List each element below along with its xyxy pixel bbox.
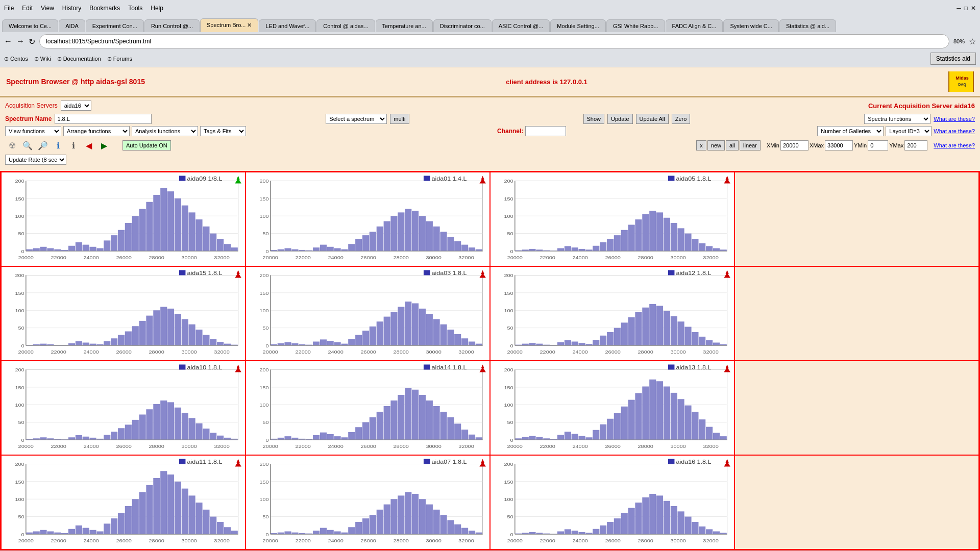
gallery-cell-aida11[interactable]: 050100150200 200002200024000260002800030…: [1, 455, 246, 549]
menu-tools[interactable]: Tools: [128, 5, 142, 12]
menu-file[interactable]: File: [4, 5, 14, 12]
xmax-input[interactable]: [825, 140, 853, 151]
gallery-cell-aida16[interactable]: 050100150200 200002200024000260002800030…: [490, 455, 734, 549]
maximize-btn[interactable]: □: [964, 5, 968, 12]
svg-rect-357: [111, 432, 117, 440]
svg-rect-145: [656, 212, 663, 251]
tab-system[interactable]: System wide C...: [723, 19, 779, 32]
show-btn[interactable]: Show: [583, 114, 605, 124]
bookmark-wiki[interactable]: ⊙ Wiki: [34, 56, 51, 62]
gallery-cell-aida14[interactable]: 050100150200 200002200024000260002800030…: [246, 361, 490, 455]
svg-text:20000: 20000: [263, 444, 279, 449]
select-spectrum-dropdown[interactable]: Select a spectrum: [326, 114, 387, 124]
ymax-input[interactable]: [904, 140, 927, 151]
zoom-out-icon-btn[interactable]: 🔎: [36, 138, 50, 153]
new-btn[interactable]: new: [707, 140, 725, 151]
gallery-cell-aida01[interactable]: 050100150200 200002200024000260002800030…: [246, 172, 490, 266]
svg-rect-97: [461, 245, 468, 251]
tab-asic[interactable]: ASIC Control @...: [492, 19, 550, 32]
reload-btn[interactable]: ↻: [29, 37, 35, 46]
view-functions-select[interactable]: View functions: [5, 126, 61, 136]
channel-input[interactable]: [525, 126, 566, 136]
x-btn[interactable]: x: [696, 140, 706, 151]
auto-update-btn[interactable]: Auto Update ON: [122, 140, 171, 151]
svg-text:28000: 28000: [393, 538, 409, 543]
what-these-1[interactable]: What are these?: [934, 116, 975, 122]
tab-spectrum[interactable]: Spectrum Bro... ✕: [200, 18, 258, 32]
prev-icon-btn[interactable]: ◀: [82, 138, 96, 153]
gallery-cell-aida15[interactable]: 050100150200 200002200024000260002800030…: [1, 266, 246, 361]
gallery-cell-aida05[interactable]: 050100150200 200002200024000260002800030…: [490, 172, 734, 266]
bookmark-forums[interactable]: ⊙ Forums: [107, 56, 132, 62]
svg-rect-42: [217, 239, 224, 251]
menu-view[interactable]: View: [41, 5, 54, 12]
radioactive-icon-btn[interactable]: ☢: [5, 138, 19, 153]
layout-id-select[interactable]: Layout ID=3: [886, 126, 932, 136]
arrange-functions-select[interactable]: Arrange functions: [63, 126, 130, 136]
tab-module[interactable]: Module Setting...: [550, 19, 606, 32]
statistics-aid-btn[interactable]: Statistics aid: [930, 53, 976, 65]
svg-text:150: 150: [504, 196, 513, 202]
svg-text:22000: 22000: [296, 538, 311, 543]
tab-control[interactable]: Control @ aidas...: [316, 19, 375, 32]
svg-rect-424: [440, 412, 447, 440]
gallery-cell-aida03[interactable]: 050100150200 200002200024000260002800030…: [246, 266, 490, 361]
menu-help[interactable]: Help: [151, 5, 163, 12]
number-galleries-select[interactable]: Number of Galleries: [817, 126, 884, 136]
gallery-cell-aida12[interactable]: 050100150200 200002200024000260002800030…: [490, 266, 734, 361]
acq-server-select[interactable]: aida16: [61, 101, 91, 111]
tab-welcome[interactable]: Welcome to Ce...: [2, 19, 58, 32]
update-all-btn[interactable]: Update All: [636, 114, 669, 124]
gallery-cell-aida09[interactable]: 050100150200 200002200024000260002800030…: [1, 172, 246, 266]
tab-fadc[interactable]: FADC Align & C...: [666, 19, 723, 32]
gallery-cell-aida10[interactable]: 050100150200 200002200024000260002800030…: [1, 361, 246, 455]
tab-experiment[interactable]: Experiment Con...: [86, 19, 144, 32]
update-btn[interactable]: Update: [607, 114, 632, 124]
bookmark-centos[interactable]: ⊙ Centos: [4, 56, 28, 62]
tab-aida[interactable]: AIDA: [59, 19, 85, 32]
tab-gsi[interactable]: GSI White Rabb...: [606, 19, 665, 32]
linear-btn[interactable]: linear: [740, 140, 761, 151]
xmin-input[interactable]: [780, 140, 808, 151]
svg-text:24000: 24000: [328, 538, 344, 543]
spectra-functions-select[interactable]: Spectra functions: [864, 114, 930, 124]
tags-fits-select[interactable]: Tags & Fits: [200, 126, 246, 136]
tab-run-control[interactable]: Run Control @...: [144, 19, 200, 32]
tab-discriminator[interactable]: Discriminator co...: [433, 19, 492, 32]
close-btn[interactable]: ✕: [971, 5, 976, 12]
ymin-input[interactable]: [868, 140, 888, 151]
svg-rect-307: [635, 312, 642, 345]
multi-btn[interactable]: multi: [390, 114, 409, 124]
analysis-functions-select[interactable]: Analysis functions: [132, 126, 198, 136]
gallery-cell-aida07[interactable]: 050100150200 200002200024000260002800030…: [246, 455, 490, 549]
svg-rect-200: [167, 309, 174, 345]
menu-bookmarks[interactable]: Bookmarks: [89, 5, 120, 12]
back-btn[interactable]: ←: [4, 37, 12, 46]
what-these-2[interactable]: What are these?: [934, 128, 975, 134]
next-icon-btn[interactable]: ▶: [97, 138, 111, 153]
svg-rect-535: [203, 510, 209, 534]
all-btn[interactable]: all: [726, 140, 739, 151]
minimize-btn[interactable]: ─: [957, 5, 961, 12]
url-input[interactable]: [39, 34, 949, 48]
zoom-in-icon-btn[interactable]: 🔍: [20, 138, 35, 153]
info2-icon-btn[interactable]: ℹ: [66, 138, 81, 153]
svg-rect-26: [104, 240, 110, 251]
what-these-3[interactable]: What are these?: [934, 142, 975, 148]
bookmark-star[interactable]: ☆: [969, 37, 976, 46]
zero-btn[interactable]: Zero: [672, 114, 691, 124]
forward-btn[interactable]: →: [16, 37, 24, 46]
svg-rect-305: [621, 322, 628, 345]
gallery-cell-empty-7: [734, 266, 979, 361]
menu-history[interactable]: History: [62, 5, 81, 12]
menu-edit[interactable]: Edit: [22, 5, 33, 12]
info-icon-btn[interactable]: ℹ: [51, 138, 65, 153]
tab-temperature[interactable]: Temperature an...: [376, 19, 433, 32]
gallery-cell-aida13[interactable]: 050100150200 200002200024000260002800030…: [490, 361, 734, 455]
tab-led[interactable]: LED and Wavef...: [259, 19, 316, 32]
tab-statistics[interactable]: Statistics @ aid...: [779, 19, 836, 32]
svg-rect-628: [572, 531, 578, 534]
update-rate-select[interactable]: Update Rate (8 secs): [5, 155, 66, 165]
bookmark-docs[interactable]: ⊙ Documentation: [57, 56, 101, 62]
spectrum-name-input[interactable]: [55, 114, 152, 124]
